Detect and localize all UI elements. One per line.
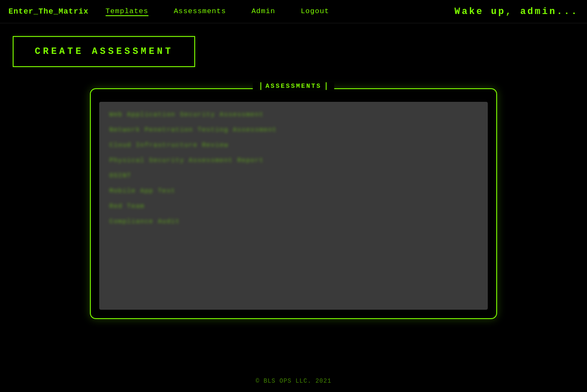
footer: © BLS OPS LLC. 2021 <box>0 378 587 384</box>
main-content: ASSESSMENTS Web Application Security Ass… <box>0 76 587 336</box>
assessments-panel: ASSESSMENTS Web Application Security Ass… <box>90 88 497 319</box>
nav-links: Templates Assessments Admin Logout <box>106 7 455 16</box>
create-assessment-button[interactable]: CREATE ASSESSMENT <box>13 36 195 67</box>
assessments-list-container[interactable]: Web Application Security AssessmentNetwo… <box>99 102 488 310</box>
list-item[interactable]: OSINT <box>99 168 488 183</box>
nav-link-templates[interactable]: Templates <box>106 7 148 16</box>
list-item[interactable]: Physical Security Assessment Report <box>99 153 488 168</box>
nav-link-logout[interactable]: Logout <box>301 7 329 16</box>
list-item[interactable]: Web Application Security Assessment <box>99 107 488 122</box>
panel-title: ASSESSMENTS <box>266 83 321 90</box>
list-item[interactable]: Mobile App Test <box>99 183 488 199</box>
panel-label: ASSESSMENTS <box>253 82 334 90</box>
nav-brand[interactable]: Enter_The_Matrix <box>8 7 89 16</box>
list-item[interactable]: Compliance Audit <box>99 214 488 229</box>
footer-text: © BLS OPS LLC. 2021 <box>256 378 332 384</box>
navbar: Enter_The_Matrix Templates Assessments A… <box>0 0 587 23</box>
list-item[interactable]: Network Penetration Testing Assessment <box>99 122 488 137</box>
nav-link-admin[interactable]: Admin <box>252 7 275 16</box>
list-item[interactable]: Red Team <box>99 199 488 214</box>
create-btn-wrapper: CREATE ASSESSMENT <box>0 23 587 76</box>
nav-link-assessments[interactable]: Assessments <box>174 7 226 16</box>
list-item[interactable]: Cloud Infrastructure Review <box>99 137 488 153</box>
nav-greeting: Wake up, admin... <box>455 6 579 17</box>
